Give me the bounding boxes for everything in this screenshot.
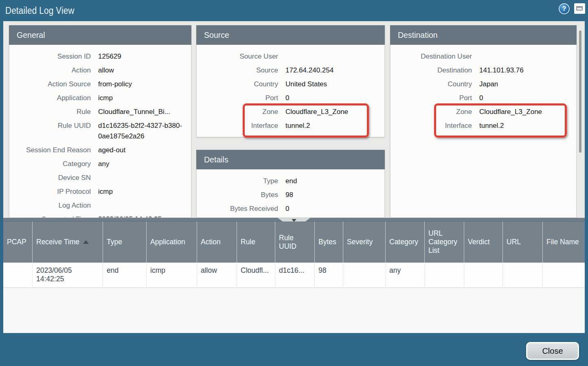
field-row-ip-protocol: IP Protocolicmp (9, 185, 191, 199)
cell-url-category-list (425, 263, 464, 287)
field-value: 125629 (98, 50, 121, 64)
destination-panel-header: Destination (390, 25, 577, 45)
cell-severity (343, 263, 386, 287)
field-label: Application (9, 91, 91, 105)
field-value: Cloudflare_Tunnel_Bi... (98, 105, 170, 119)
source-panel: Source Source User Source172.64.240.254 … (196, 25, 385, 137)
column-header-pcap[interactable]: PCAP (3, 221, 33, 263)
field-label: Source User (197, 50, 278, 64)
log-table-header: PCAP Receive Time Type Application Actio… (3, 221, 585, 263)
field-row-generated-time: Generated Time2023/06/05 14:42:25 (9, 213, 191, 218)
cell-type: end (103, 263, 147, 287)
cell-application: icmp (147, 263, 197, 287)
field-label: Country (391, 77, 472, 91)
field-row-rule-uuid: Rule UUIDd1c16235-b2f2-4327-b380-0ae1875… (9, 119, 191, 143)
column-header-type[interactable]: Type (103, 221, 147, 263)
field-label: Zone (391, 105, 472, 119)
field-label: Interface (391, 119, 472, 133)
field-row-source: Source172.64.240.254 (197, 64, 384, 77)
field-value: Cloudflare_L3_Zone (285, 105, 348, 119)
general-panel-title: General (17, 30, 45, 40)
column-header-rule[interactable]: Rule (237, 221, 275, 263)
close-button[interactable]: Close (526, 342, 579, 360)
column-header-application[interactable]: Application (147, 221, 197, 263)
column-header-file-name[interactable]: File Name (543, 221, 585, 263)
vertical-scrollbar-thumb[interactable] (579, 31, 581, 153)
field-label: Action Source (9, 77, 91, 91)
field-row-port: Port0 (391, 91, 576, 105)
column-header-bytes[interactable]: Bytes (315, 221, 343, 263)
field-value: Japan (479, 77, 498, 91)
general-panel-header: General (9, 25, 191, 45)
cell-rule-uuid: d1c16... (275, 263, 315, 287)
field-value: 0 (479, 91, 483, 105)
field-value: 0 (285, 91, 289, 105)
column-header-verdict[interactable]: Verdict (464, 221, 503, 263)
field-label: Country (197, 77, 278, 91)
log-table-row[interactable]: 2023/06/05 14:42:25 end icmp allow Cloud… (3, 263, 585, 288)
column-header-severity[interactable]: Severity (343, 221, 386, 263)
field-row-session-end-reason: Session End Reasonaged-out (9, 143, 191, 157)
field-value: 141.101.93.76 (479, 64, 524, 77)
field-label: Category (9, 157, 91, 171)
destination-panel-title: Destination (398, 30, 438, 40)
field-row-bytes: Bytes98 (197, 188, 384, 202)
column-header-category[interactable]: Category (386, 221, 425, 263)
field-row-action: Actionallow (9, 64, 191, 77)
field-value: allow (98, 64, 114, 77)
cell-file-name (543, 263, 585, 287)
maximize-window-icon[interactable] (574, 3, 585, 14)
details-panel: Details Typeend Bytes98 Bytes Received0 (196, 150, 385, 218)
column-header-action[interactable]: Action (197, 221, 237, 263)
field-value: 0 (285, 202, 289, 216)
field-label: Source (197, 64, 278, 77)
field-value: icmp (98, 91, 113, 105)
field-row-rule: RuleCloudflare_Tunnel_Bi... (9, 105, 191, 119)
field-label: Session ID (9, 50, 91, 64)
help-icon[interactable]: ? (559, 3, 570, 14)
column-header-url[interactable]: URL (503, 221, 543, 263)
field-value: United States (285, 77, 327, 91)
field-label: Rule UUID (9, 119, 91, 133)
field-row-bytes-received: Bytes Received0 (197, 202, 384, 216)
source-panel-title: Source (204, 30, 229, 40)
field-label: Interface (197, 119, 278, 133)
cell-category: any (386, 263, 425, 287)
field-label: Device SN (9, 171, 91, 185)
field-row-country: CountryUnited States (197, 77, 384, 91)
cell-url (503, 263, 543, 287)
pane-splitter[interactable] (3, 218, 585, 221)
field-label: Bytes Received (197, 202, 278, 216)
field-row-zone: ZoneCloudflare_L3_Zone (197, 105, 384, 119)
cell-action: allow (197, 263, 237, 287)
field-value: 98 (285, 188, 293, 202)
cell-bytes: 98 (315, 263, 343, 287)
field-row-log-action: Log Action (9, 199, 191, 213)
field-label: Generated Time (9, 213, 91, 218)
details-panel-title: Details (204, 155, 228, 164)
column-header-url-category-list[interactable]: URL Category List (425, 221, 464, 263)
field-row-session-id: Session ID125629 (9, 50, 191, 64)
field-row-zone: ZoneCloudflare_L3_Zone (391, 105, 576, 119)
field-row-category: Categoryany (9, 157, 191, 171)
field-row-destination-user: Destination User (391, 50, 576, 64)
field-row-application: Applicationicmp (9, 91, 191, 105)
destination-panel: Destination Destination User Destination… (390, 25, 577, 218)
detailed-log-view-dialog: { "titlebar": { "title": "Detailed Log V… (0, 0, 588, 366)
field-value: tunnel.2 (479, 119, 504, 133)
field-label: Destination (391, 64, 472, 77)
field-label: Port (391, 91, 472, 105)
field-row-interface: Interfacetunnel.2 (197, 119, 384, 133)
field-label: Action (9, 64, 91, 77)
details-panel-body: Typeend Bytes98 Bytes Received0 (196, 169, 385, 218)
column-header-rule-uuid[interactable]: Rule UUID (275, 221, 315, 263)
field-label: Type (197, 174, 278, 188)
field-value: from-policy (98, 77, 132, 91)
field-row-type: Typeend (197, 174, 384, 188)
general-panel-body: Session ID125629 Actionallow Action Sour… (9, 45, 191, 218)
field-row-source-user: Source User (197, 50, 384, 64)
cell-rule: Cloudfl... (237, 263, 275, 287)
field-value: Cloudflare_L3_Zone (479, 105, 542, 119)
column-header-receive-time[interactable]: Receive Time (33, 221, 103, 263)
field-row-destination: Destination141.101.93.76 (391, 64, 576, 77)
